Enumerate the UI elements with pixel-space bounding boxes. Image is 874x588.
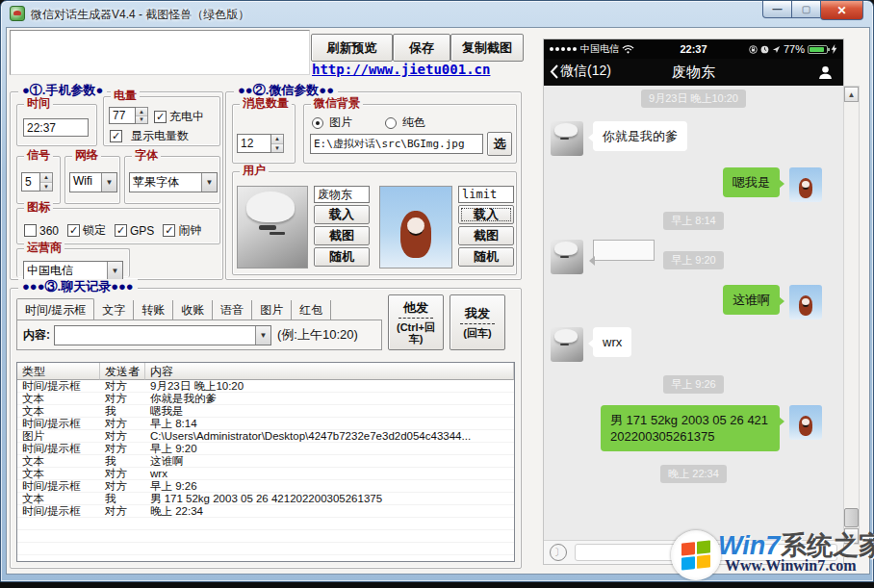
message-bubble[interactable]: 男 171 52kg 2003 05 26 421202200305261375 — [601, 405, 780, 451]
user-right-random-button[interactable]: 随机 — [458, 247, 514, 267]
scroll-up-icon[interactable]: ▲ — [844, 87, 859, 102]
chat-record-table[interactable]: 类型发送者内容 时间/提示框对方9月23日 晚上10:20文本对方你就是我的爹文… — [16, 362, 515, 562]
choose-bg-button[interactable]: 选 — [487, 132, 512, 156]
column-header[interactable]: 发送者 — [100, 363, 145, 380]
table-row[interactable]: 图片对方C:\Users\Administrator\Desktop\4247b… — [17, 430, 514, 443]
spin-up-icon[interactable]: ▲ — [271, 135, 283, 144]
table-row[interactable]: 时间/提示框对方早上 8:14 — [17, 418, 514, 430]
msg-count-spinner[interactable]: ▲▼ — [271, 134, 284, 153]
chevron-down-icon[interactable]: ▼ — [101, 173, 116, 192]
msg-count-input[interactable] — [237, 134, 271, 153]
spin-up-icon[interactable]: ▲ — [136, 108, 147, 116]
my-avatar[interactable] — [789, 167, 822, 202]
preview-scrollbar[interactable]: ▲ ▼ — [843, 86, 860, 545]
contact-person-icon[interactable] — [817, 64, 834, 84]
copy-screenshot-button[interactable]: 复制截图 — [450, 34, 524, 62]
my-avatar[interactable] — [789, 405, 822, 440]
tab-文字[interactable]: 文字 — [94, 300, 134, 320]
maximize-button[interactable]: ▢ — [792, 1, 820, 18]
tab-图片[interactable]: 图片 — [252, 300, 292, 320]
charging-checkbox[interactable]: ✓ — [154, 111, 167, 123]
icon-checkbox[interactable] — [24, 224, 37, 237]
spin-down-icon[interactable]: ▼ — [136, 116, 147, 124]
table-row[interactable]: 文本我这谁啊 — [17, 455, 514, 468]
chevron-down-icon[interactable]: ▼ — [107, 262, 122, 279]
user-left-avatar[interactable] — [237, 186, 308, 268]
user-right-load-button[interactable]: 载入 — [458, 205, 514, 224]
contact-avatar[interactable] — [551, 121, 583, 156]
spin-down-icon[interactable]: ▼ — [271, 144, 283, 153]
table-row[interactable]: 文本对方wrx — [17, 468, 514, 480]
table-row[interactable]: 时间/提示框对方早上 9:20 — [17, 443, 514, 455]
chevron-down-icon[interactable]: ▼ — [201, 173, 217, 192]
scrollbar-thumb[interactable] — [844, 508, 859, 527]
blank-panel — [10, 30, 310, 75]
signal-spinner[interactable]: ▲▼ — [40, 172, 53, 192]
spin-down-icon[interactable]: ▼ — [40, 183, 52, 192]
phone-status-bar: 中国电信 22:37 77% — [544, 39, 843, 59]
battery-value-input[interactable] — [109, 107, 136, 124]
carrier-select[interactable]: 中国电信 ▼ — [23, 261, 123, 280]
bg-path-input[interactable] — [310, 134, 483, 154]
timestamp-chip: 早上 8:14 — [663, 212, 723, 230]
screenshot-root: 微信对话生成器V4.4 - 截图怪兽（绿色版） — ▢ ✕ 刷新预览 保存 复制… — [0, 0, 874, 588]
message-bubble[interactable]: 这谁啊 — [723, 285, 780, 315]
content-combo[interactable]: ▼ — [54, 325, 271, 345]
network-select[interactable]: Wifi ▼ — [69, 172, 117, 192]
my-avatar[interactable] — [789, 285, 822, 320]
table-row[interactable]: 时间/提示框对方早上 9:26 — [17, 480, 514, 493]
column-header[interactable]: 类型 — [17, 363, 100, 380]
font-select[interactable]: 苹果字体 ▼ — [129, 172, 218, 192]
signal-input[interactable] — [21, 172, 40, 192]
icon-checkbox[interactable]: ✓ — [163, 224, 175, 237]
table-row[interactable]: 文本我嗯我是 — [17, 405, 514, 418]
title-bar[interactable]: 微信对话生成器V4.4 - 截图怪兽（绿色版） — [1, 1, 873, 27]
icon-checkbox[interactable]: ✓ — [115, 224, 127, 237]
user-left-random-button[interactable]: 随机 — [314, 247, 370, 267]
chevron-down-icon[interactable]: ▼ — [255, 326, 270, 345]
table-cell: 早上 9:20 — [145, 443, 514, 454]
bg-image-radio[interactable] — [312, 117, 323, 129]
close-button[interactable]: ✕ — [820, 1, 863, 20]
table-row[interactable]: 文本对方你就是我的爹 — [17, 393, 514, 405]
table-cell: 文本 — [17, 455, 100, 467]
minimize-button[interactable]: — — [762, 1, 792, 18]
table-row[interactable]: 时间/提示框对方9月23日 晚上10:20 — [17, 380, 514, 393]
chat-message-list: 9月23日 晚上10:20你就是我的爹嗯我是早上 8:14早上 9:20这谁啊w… — [544, 86, 843, 540]
send-as-me-button[interactable]: 我发 (回车) — [450, 294, 505, 350]
icons-group-label: 图标 — [24, 200, 53, 214]
time-input[interactable] — [23, 118, 89, 137]
battery-icon — [808, 45, 828, 54]
user-right-screenshot-button[interactable]: 截图 — [458, 226, 514, 245]
message-bubble[interactable]: 你就是我的爹 — [593, 121, 687, 151]
website-link[interactable]: http://www.jietu001.cn — [312, 62, 490, 77]
refresh-preview-button[interactable]: 刷新预览 — [311, 34, 393, 62]
contact-avatar[interactable] — [551, 240, 583, 274]
image-message-placeholder[interactable] — [593, 240, 655, 261]
icon-checkbox[interactable]: ✓ — [67, 224, 80, 237]
voice-icon[interactable] — [550, 544, 567, 561]
tab-时间/提示框[interactable]: 时间/提示框 — [16, 298, 94, 320]
save-button[interactable]: 保存 — [393, 34, 450, 62]
table-row[interactable]: 时间/提示框对方晚上 22:34 — [17, 505, 514, 518]
tab-语音[interactable]: 语音 — [213, 300, 252, 320]
message-bubble[interactable]: 嗯我是 — [723, 167, 780, 197]
tab-红包[interactable]: 红包 — [292, 300, 331, 320]
contact-avatar[interactable] — [551, 327, 583, 362]
battery-spinner[interactable]: ▲▼ — [136, 107, 148, 124]
bg-color-radio[interactable] — [385, 117, 397, 129]
user-left-load-button[interactable]: 载入 — [314, 205, 370, 224]
user-left-name-input[interactable] — [314, 186, 370, 203]
table-row[interactable]: 文本我男 171 52kg 2003 05 26 421202200305261… — [17, 493, 514, 505]
tab-收账[interactable]: 收账 — [173, 300, 213, 320]
show-battery-checkbox[interactable]: ✓ — [110, 130, 122, 142]
user-left-screenshot-button[interactable]: 截图 — [314, 226, 370, 245]
user-right-avatar[interactable] — [379, 186, 452, 268]
column-header[interactable]: 内容 — [145, 363, 514, 380]
send-as-other-button[interactable]: 他发 (Ctrl+回车) — [388, 294, 444, 350]
user-right-name-input[interactable] — [458, 186, 514, 203]
app-window: 微信对话生成器V4.4 - 截图怪兽（绿色版） — ▢ ✕ 刷新预览 保存 复制… — [0, 0, 874, 582]
spin-up-icon[interactable]: ▲ — [40, 173, 52, 183]
tab-转账[interactable]: 转账 — [134, 300, 173, 320]
message-bubble[interactable]: wrx — [593, 327, 631, 357]
